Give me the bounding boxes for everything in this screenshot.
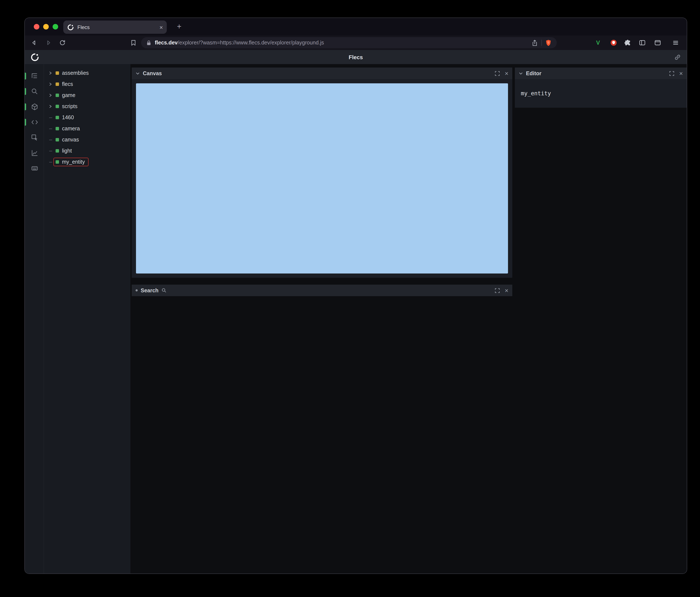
tree-item-label: game [62,92,75,98]
menu-button[interactable] [672,39,679,46]
link-icon[interactable] [674,53,681,61]
new-tab-button[interactable]: + [174,20,185,33]
entity-color-square [56,127,59,130]
tree-item-light[interactable]: light [44,145,130,156]
browser-window: Flecs × + flecs.dev/explor [25,18,687,573]
leaf-dash [47,151,53,151]
render-canvas[interactable] [136,83,508,274]
green-v-extension-icon[interactable]: V [596,40,600,46]
brave-shields-icon[interactable] [545,39,552,46]
tree-item-label: canvas [62,137,79,143]
canvas-panel: Canvas × [132,68,512,278]
traffic-lights [34,24,58,29]
entity-color-square [56,149,59,153]
window-panel-icon[interactable] [654,39,661,46]
stats-icon [30,149,38,157]
sidebar-search-button[interactable] [25,84,44,99]
entity-color-square [56,105,59,108]
search-icon [30,87,38,95]
sidebar-entities-button[interactable] [25,100,44,114]
entity-color-square [56,160,59,164]
bookmark-icon[interactable] [130,39,137,46]
tab-strip: Flecs × + [25,18,687,35]
editor-panel-header: Editor × [515,68,687,79]
expand-chevron-icon[interactable] [47,82,53,86]
entity-color-square [56,82,59,86]
leaf-dash [47,117,53,118]
url-path: /explorer/?wasm=https://www.flecs.dev/ex… [178,40,324,46]
tree-item-my_entity[interactable]: my_entity [44,156,130,167]
center-column: Canvas × Sea [132,68,512,296]
fullscreen-icon[interactable] [495,71,500,76]
close-icon[interactable]: × [505,287,508,293]
flecs-logo-icon[interactable] [30,53,39,61]
tree-item-selection-box: scripts [53,102,81,111]
search-panel-title: Search [141,287,158,293]
tree-item-1460[interactable]: 1460 [44,112,130,123]
entity-color-square [56,94,59,97]
tree-item-assemblies[interactable]: assemblies [44,68,130,79]
extensions-puzzle-icon[interactable] [624,39,631,46]
canvas-panel-title: Canvas [143,70,162,76]
tree-item-game[interactable]: game [44,90,130,101]
leaf-dash [47,139,53,140]
tree-item-selection-box: flecs [53,80,76,88]
tree-item-selection-box: light [53,147,75,155]
tree-item-flecs[interactable]: flecs [44,79,130,90]
minimize-window-button[interactable] [43,24,49,29]
forward-button[interactable] [45,39,52,46]
share-icon[interactable] [531,39,538,46]
entity-color-square [56,71,59,75]
tree-item-selection-box: camera [53,124,83,133]
search-icon [161,288,166,293]
app-body: assembliesflecsgamescripts1460cameracanv… [25,64,687,573]
sidebar-console-button[interactable] [25,161,44,176]
editor-content[interactable]: my_entity [515,79,687,108]
lock-icon [146,40,151,46]
active-indicator [25,73,26,79]
fullscreen-icon[interactable] [669,71,674,76]
close-window-button[interactable] [34,24,39,29]
flecs-favicon-icon [67,24,74,30]
browser-tab-flecs[interactable]: Flecs × [63,21,167,34]
chevron-down-icon[interactable] [519,71,523,75]
pill-divider [541,40,542,46]
tree-item-camera[interactable]: camera [44,123,130,134]
expand-chevron-icon[interactable] [47,105,53,108]
sidebar-tree-button[interactable] [25,69,44,83]
tree-item-label: camera [62,126,80,132]
address-bar[interactable]: flecs.dev/explorer/?wasm=https://www.fle… [141,37,557,48]
red-shield-extension-icon[interactable] [610,39,617,46]
left-icon-strip [25,64,44,573]
tree-item-label: light [62,148,72,154]
close-icon[interactable]: × [679,70,683,77]
zoom-window-button[interactable] [53,24,58,29]
chevron-down-icon[interactable] [135,71,140,75]
sidebar-inspect-button[interactable] [25,130,44,145]
active-indicator [25,103,26,110]
tree-item-canvas[interactable]: canvas [44,134,130,145]
expand-chevron-icon[interactable] [47,71,53,75]
reload-button[interactable] [59,39,66,46]
url-text: flecs.dev/explorer/?wasm=https://www.fle… [155,40,528,46]
expand-chevron-icon[interactable] [47,94,53,97]
fullscreen-icon[interactable] [495,288,500,293]
active-indicator [25,119,26,126]
back-button[interactable] [31,39,38,46]
search-panel: Search × [132,285,512,296]
tab-close-icon[interactable]: × [159,24,163,30]
close-icon[interactable]: × [505,70,508,77]
tree-item-scripts[interactable]: scripts [44,101,130,112]
editor-panel: Editor × my_entity [515,68,687,108]
console-icon [30,164,38,172]
sidebar-stats-button[interactable] [25,146,44,160]
url-domain: flecs.dev [155,40,178,46]
canvas-panel-body [132,79,512,278]
tree-item-label: flecs [62,81,73,87]
tree-item-selection-box: my_entity [53,158,88,166]
search-panel-header[interactable]: Search × [132,285,512,296]
status-dot [135,289,138,291]
code-icon [30,119,38,126]
sidebar-code-button[interactable] [25,115,44,129]
sidebar-toggle-icon[interactable] [639,39,646,46]
